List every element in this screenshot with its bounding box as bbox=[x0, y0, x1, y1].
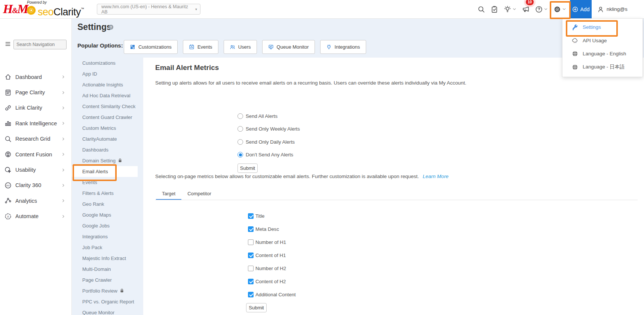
sidebar-item[interactable]: Link Clarity bbox=[0, 100, 72, 116]
chevron-down-icon bbox=[512, 7, 516, 11]
search-icon bbox=[478, 6, 485, 13]
settings-nav-item[interactable]: Events bbox=[72, 177, 138, 188]
settings-nav-item[interactable]: Job Pack bbox=[72, 242, 138, 253]
header-icon-button[interactable] bbox=[504, 6, 516, 13]
metrics-tab[interactable]: Competitor bbox=[181, 188, 217, 200]
header-icon-button[interactable] bbox=[553, 6, 566, 13]
settings-nav-item[interactable]: Queue Monitor bbox=[72, 307, 138, 315]
announcements-icon bbox=[522, 6, 530, 13]
radio-icon bbox=[237, 113, 243, 119]
settings-nav-item[interactable]: Dashboards bbox=[72, 144, 138, 155]
settings-nav-item[interactable]: Content Guard Crawler bbox=[72, 112, 138, 123]
metrics-tab[interactable]: Target bbox=[156, 188, 181, 200]
popular-option-button[interactable]: Queue Monitor bbox=[262, 40, 315, 54]
settings-menu-item[interactable]: Language - 日本語 bbox=[562, 61, 643, 74]
settings-menu-item[interactable]: Settings bbox=[562, 21, 643, 34]
settings-nav-item[interactable]: Custom Metrics bbox=[72, 123, 138, 134]
help-circle-icon[interactable]: ? bbox=[108, 24, 114, 30]
alert-frequency-radio[interactable]: Send Only Weekly Alerts bbox=[237, 125, 300, 133]
metrics-tabs: TargetCompetitor bbox=[156, 188, 217, 200]
header-icon-button[interactable] bbox=[491, 6, 498, 13]
metrics-note: Selecting on-page metrics below allows f… bbox=[155, 174, 448, 179]
sidebar-item[interactable]: Content Fusion bbox=[0, 147, 72, 162]
alert-frequency-radio[interactable]: Send All Alerts bbox=[237, 112, 300, 120]
section-description: Setting up alerts allows for all users t… bbox=[155, 80, 466, 86]
home-icon bbox=[4, 73, 12, 80]
settings-nav-item[interactable]: Google Maps bbox=[72, 210, 138, 220]
settings-nav-item[interactable]: Integrations bbox=[72, 231, 138, 242]
settings-nav-item[interactable]: Geo Rank bbox=[72, 199, 138, 210]
popular-option-button[interactable]: Customizations bbox=[124, 40, 178, 54]
settings-nav-item[interactable]: App ID bbox=[72, 68, 138, 79]
settings-nav-item[interactable]: Content Similarity Check bbox=[72, 101, 138, 112]
popular-option-button[interactable]: Events bbox=[183, 40, 218, 54]
content-panel: Email Alert Metrics Setting up alerts al… bbox=[143, 58, 644, 315]
metric-checkbox-row[interactable]: Meta Desc bbox=[248, 225, 296, 233]
metric-checkbox-row[interactable]: Title bbox=[248, 212, 296, 220]
settings-nav-item[interactable]: Ad Hoc Data Retrieval bbox=[72, 90, 138, 101]
settings-nav-item[interactable]: Domain Setting bbox=[72, 155, 138, 166]
metric-checkbox-row[interactable]: Content of H1 bbox=[248, 251, 296, 259]
sidebar-item[interactable]: Dashboard bbox=[0, 69, 72, 85]
sidebar-item[interactable]: Page Clarity bbox=[0, 85, 72, 100]
header-icon-button[interactable] bbox=[535, 6, 548, 13]
submit-frequency-button[interactable]: Submit bbox=[237, 163, 258, 173]
sidebar-item[interactable]: Research Grid bbox=[0, 131, 72, 147]
settings-nav-item[interactable]: Page Crawler bbox=[72, 275, 138, 285]
left-sidebar: Dashboard Page Clarity Link Clarity Rank… bbox=[0, 18, 72, 315]
sidebar-item[interactable]: Analytics bbox=[0, 193, 72, 208]
popular-option-button[interactable]: Integrations bbox=[320, 40, 366, 54]
settings-nav-item[interactable]: Multi-Domain bbox=[72, 264, 138, 275]
hamburger-menu-icon[interactable] bbox=[4, 41, 11, 47]
alert-frequency-radio[interactable]: Send Only Daily Alerts bbox=[237, 138, 300, 146]
chevron-right-icon bbox=[61, 137, 65, 141]
events-icon bbox=[189, 44, 194, 50]
header-icon-button[interactable] bbox=[478, 6, 485, 13]
sidebar-item[interactable]: Usability bbox=[0, 162, 72, 177]
tasks-icon bbox=[491, 6, 498, 13]
popular-options-label: Popular Options: bbox=[77, 42, 123, 49]
metric-checkbox-row[interactable]: Content of H2 bbox=[248, 278, 296, 285]
popular-option-button[interactable]: Users bbox=[224, 40, 257, 54]
metric-checkbox-row[interactable]: Number of H1 bbox=[248, 238, 296, 246]
globe-icon bbox=[572, 51, 578, 57]
settings-nav-item[interactable]: Email Alerts bbox=[72, 166, 138, 177]
sidebar-item[interactable]: Rank Intelligence bbox=[0, 116, 72, 131]
seoclarity-logo: seoClarity™ bbox=[38, 3, 84, 18]
sidebar-item[interactable]: A Automate bbox=[0, 209, 72, 224]
tabs-divider bbox=[155, 200, 638, 200]
rank-icon bbox=[4, 120, 12, 127]
settings-nav-item[interactable]: Filters & Alerts bbox=[72, 188, 138, 199]
chevron-right-icon bbox=[61, 168, 65, 172]
page-title: Settings bbox=[77, 22, 111, 32]
settings-nav-item[interactable]: Majestic Info Extract bbox=[72, 253, 138, 264]
plus-circle-icon bbox=[572, 6, 578, 12]
settings-nav-item[interactable]: PPC vs. Organic Report bbox=[72, 296, 138, 307]
usability-icon bbox=[4, 166, 12, 174]
submit-metrics-button[interactable]: Submit bbox=[246, 303, 267, 312]
settings-menu-item[interactable]: API API Usage bbox=[562, 34, 643, 48]
settings-nav-item[interactable]: Actionable Insights bbox=[72, 79, 138, 90]
settings-nav-item[interactable]: Portfolio Review bbox=[72, 285, 138, 296]
grid-icon bbox=[130, 44, 135, 50]
domain-selector[interactable]: www.hm.com (US-en) - Hennes & Mauritz AB… bbox=[97, 4, 200, 15]
notification-badge: 10 bbox=[526, 0, 534, 5]
chevron-right-icon bbox=[61, 152, 65, 156]
add-button[interactable]: Add bbox=[570, 0, 592, 18]
monitor-icon bbox=[268, 44, 274, 50]
settings-nav-item[interactable]: ClarityAutomate bbox=[72, 134, 138, 144]
user-account[interactable]: nkling@s bbox=[597, 0, 628, 18]
research-icon bbox=[4, 135, 12, 143]
settings-nav-item[interactable]: Google Jobs bbox=[72, 220, 138, 231]
alert-frequency-radio[interactable]: Don't Send Any Alerts bbox=[237, 151, 300, 159]
metric-checkbox-row[interactable]: Number of H2 bbox=[248, 264, 296, 272]
settings-nav-item[interactable]: Customizations bbox=[72, 58, 138, 68]
learn-more-link[interactable]: Learn More bbox=[423, 174, 448, 179]
settings-menu-item[interactable]: Language - English bbox=[562, 47, 643, 61]
seoclarity-gear-icon bbox=[26, 5, 37, 16]
automate-icon: A bbox=[4, 213, 12, 220]
sidebar-item[interactable]: 360° Clarity 360 bbox=[0, 178, 72, 193]
metric-checkbox-row[interactable]: Additional Content bbox=[248, 291, 296, 298]
header-icon-button[interactable]: 10 bbox=[522, 6, 530, 13]
search-navigation-input[interactable] bbox=[13, 40, 67, 49]
